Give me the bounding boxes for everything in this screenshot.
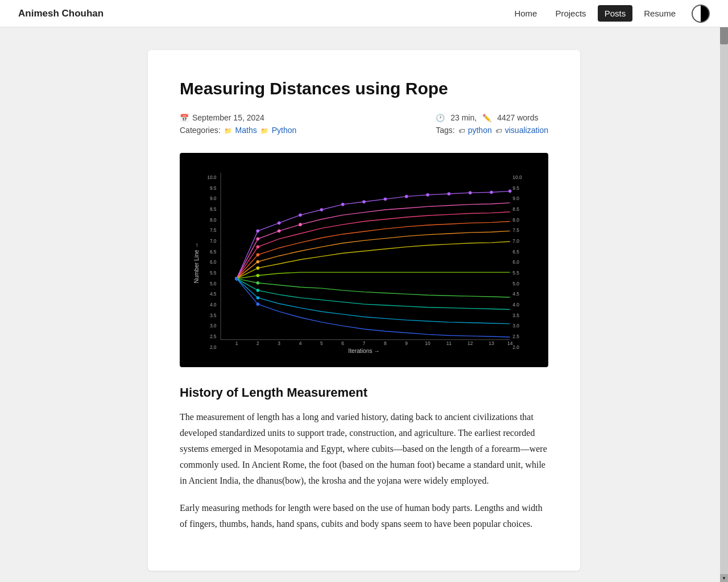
svg-text:13: 13 xyxy=(489,340,494,346)
post-title: Measuring Distances using Rope xyxy=(180,77,548,99)
nav-link-posts[interactable]: Posts xyxy=(598,5,633,22)
svg-text:6.5: 6.5 xyxy=(210,249,217,255)
svg-text:6: 6 xyxy=(341,340,344,346)
category-maths[interactable]: Maths xyxy=(235,126,257,135)
svg-point-74 xyxy=(257,253,260,257)
svg-point-61 xyxy=(405,195,408,198)
nav-link-home[interactable]: Home xyxy=(507,5,544,22)
tag-icon-visualization xyxy=(495,126,502,135)
svg-text:3.0: 3.0 xyxy=(210,323,217,329)
meta-tags: Tags: python visualization xyxy=(436,126,548,135)
svg-point-69 xyxy=(278,230,281,233)
meta-date: September 15, 2024 xyxy=(180,113,296,122)
svg-point-70 xyxy=(299,223,302,226)
svg-text:10: 10 xyxy=(425,340,431,346)
svg-text:3.5: 3.5 xyxy=(210,313,217,318)
svg-text:2.0: 2.0 xyxy=(210,344,217,350)
svg-point-80 xyxy=(257,274,260,277)
svg-text:5: 5 xyxy=(320,340,323,346)
svg-text:7.0: 7.0 xyxy=(210,238,217,244)
svg-text:4.5: 4.5 xyxy=(512,291,519,297)
svg-text:2.5: 2.5 xyxy=(512,334,519,339)
nav-link-projects[interactable]: Projects xyxy=(548,5,593,22)
svg-text:12: 12 xyxy=(468,340,473,346)
svg-point-64 xyxy=(469,191,472,194)
svg-text:4.0: 4.0 xyxy=(210,302,217,307)
svg-text:5.0: 5.0 xyxy=(210,281,217,286)
nav-links: Home Projects Posts Resume xyxy=(507,5,710,23)
svg-point-60 xyxy=(384,198,387,201)
svg-point-59 xyxy=(362,200,366,203)
svg-text:3.5: 3.5 xyxy=(512,313,519,318)
categories-label: Categories: xyxy=(180,126,221,135)
meta-left: September 15, 2024 Categories: Maths Pyt… xyxy=(180,113,296,135)
svg-text:7.5: 7.5 xyxy=(512,227,519,233)
nav-brand[interactable]: Animesh Chouhan xyxy=(18,8,104,19)
svg-point-58 xyxy=(341,203,345,206)
paragraph-2: Early measuring methods for length were … xyxy=(180,500,548,532)
svg-text:6.0: 6.0 xyxy=(210,259,217,265)
svg-point-82 xyxy=(257,281,260,285)
svg-text:2: 2 xyxy=(257,340,259,346)
tag-visualization[interactable]: visualization xyxy=(505,126,548,135)
svg-text:8: 8 xyxy=(384,340,387,346)
svg-text:3.0: 3.0 xyxy=(512,323,519,329)
svg-point-84 xyxy=(257,289,260,292)
svg-point-56 xyxy=(299,214,302,217)
svg-point-76 xyxy=(257,260,260,264)
svg-point-54 xyxy=(257,230,260,233)
svg-point-86 xyxy=(257,296,260,300)
svg-point-78 xyxy=(257,267,260,270)
folder-icon-python xyxy=(260,126,268,135)
calendar-icon xyxy=(180,113,189,122)
section-heading: History of Length Measurement xyxy=(180,385,548,400)
chart-svg: Number Line → Iterations → 10.0 9.5 9.0 … xyxy=(189,162,539,358)
svg-point-88 xyxy=(257,302,260,306)
svg-text:8.5: 8.5 xyxy=(512,206,519,212)
page-wrapper: Measuring Distances using Rope September… xyxy=(148,50,580,571)
svg-text:6.5: 6.5 xyxy=(512,249,519,255)
theme-toggle-button[interactable] xyxy=(692,5,710,23)
svg-text:5.5: 5.5 xyxy=(512,270,519,276)
scroll-down-arrow[interactable]: ▼ xyxy=(720,574,728,582)
nav-link-resume[interactable]: Resume xyxy=(637,5,682,22)
svg-text:8.0: 8.0 xyxy=(512,217,519,223)
svg-point-66 xyxy=(508,190,512,193)
svg-point-62 xyxy=(426,193,429,197)
svg-point-57 xyxy=(320,208,324,211)
chart-container: Number Line → Iterations → 10.0 9.5 9.0 … xyxy=(180,153,548,367)
tag-python[interactable]: python xyxy=(468,126,492,135)
svg-text:9.5: 9.5 xyxy=(512,185,519,191)
svg-text:10.0: 10.0 xyxy=(207,174,217,180)
clock-icon xyxy=(436,113,445,122)
svg-point-63 xyxy=(448,192,451,196)
folder-icon-maths xyxy=(224,126,232,135)
svg-text:7: 7 xyxy=(363,340,366,346)
svg-text:Number Line →: Number Line → xyxy=(193,242,200,283)
svg-text:8.5: 8.5 xyxy=(210,206,217,212)
svg-point-72 xyxy=(257,246,260,249)
svg-text:2.5: 2.5 xyxy=(210,334,217,339)
svg-text:4.5: 4.5 xyxy=(210,291,217,297)
svg-text:Iterations →: Iterations → xyxy=(348,348,379,354)
svg-text:9.0: 9.0 xyxy=(210,196,217,201)
svg-text:5.5: 5.5 xyxy=(210,270,217,276)
svg-text:1: 1 xyxy=(235,340,238,346)
svg-text:9.5: 9.5 xyxy=(210,185,217,191)
scrollbar[interactable]: ▲ ▼ xyxy=(720,0,728,582)
svg-text:5.0: 5.0 xyxy=(512,281,519,286)
svg-text:7.0: 7.0 xyxy=(512,238,519,244)
svg-text:8.0: 8.0 xyxy=(210,217,217,223)
svg-point-68 xyxy=(257,238,260,241)
svg-text:6.0: 6.0 xyxy=(512,259,519,265)
navbar: Animesh Chouhan Home Projects Posts Resu… xyxy=(0,0,728,27)
svg-point-55 xyxy=(278,222,281,225)
svg-text:2.0: 2.0 xyxy=(512,344,519,350)
post-body: History of Length Measurement The measur… xyxy=(180,385,548,532)
post-meta: September 15, 2024 Categories: Maths Pyt… xyxy=(180,113,548,135)
category-python[interactable]: Python xyxy=(272,126,297,135)
meta-right: 23 min, 4427 words Tags: python visualiz… xyxy=(436,113,548,135)
svg-text:11: 11 xyxy=(446,340,452,346)
svg-text:4: 4 xyxy=(299,340,302,346)
paragraph-1: The measurement of length has a long and… xyxy=(180,409,548,489)
